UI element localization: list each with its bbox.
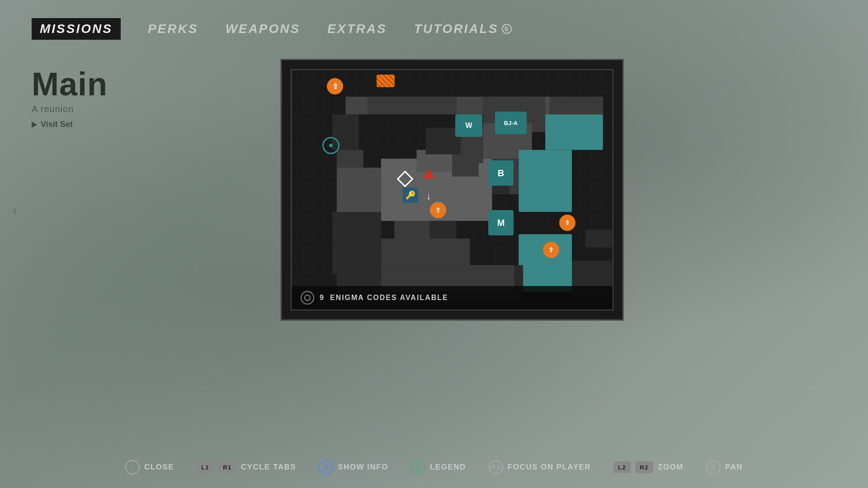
play-icon bbox=[32, 122, 37, 128]
triangle-button: △ bbox=[411, 460, 425, 474]
r3-button: R3 bbox=[489, 460, 503, 474]
enigma-count: 9 bbox=[320, 294, 325, 302]
svg-rect-17 bbox=[519, 150, 572, 212]
zoom-label: ZOOM bbox=[658, 463, 684, 472]
marker-down-arrow: ↓ bbox=[426, 191, 431, 202]
visit-set-link[interactable]: Visit Set bbox=[32, 120, 258, 129]
chevron-left-icon[interactable]: ‹ bbox=[13, 203, 17, 218]
marker-room-m: M bbox=[488, 210, 514, 235]
map-container[interactable]: ⇧ W BJ-A B ↓ 🔑 ⇧ M ⇧ ⇧ bbox=[280, 59, 624, 321]
tab-extras[interactable]: EXTRAS bbox=[327, 22, 387, 36]
marker-red-triangle bbox=[424, 169, 434, 178]
svg-rect-3 bbox=[368, 97, 457, 114]
x-button: ✕ bbox=[319, 460, 333, 474]
cycle-tabs-label: CYCLE TABS bbox=[241, 463, 296, 472]
svg-rect-2 bbox=[345, 97, 368, 114]
marker-orange-2: ⇧ bbox=[430, 202, 446, 218]
control-zoom[interactable]: L2 R2 ZOOM bbox=[613, 461, 684, 473]
tab-weapons[interactable]: WEAPONS bbox=[225, 22, 300, 36]
svg-rect-32 bbox=[332, 239, 381, 274]
visit-set-label: Visit Set bbox=[41, 120, 73, 129]
control-show-info[interactable]: ✕ SHOW INFO bbox=[319, 460, 388, 474]
marker-room-b: B bbox=[488, 160, 514, 186]
tab-tutorials[interactable]: TUTORIALS 0 bbox=[414, 22, 512, 36]
close-button-icon: ○ bbox=[125, 460, 140, 474]
legend-label: LEGEND bbox=[430, 463, 466, 472]
focus-player-label: FOCUS ON PLAYER bbox=[508, 463, 591, 472]
r2-button: R2 bbox=[635, 461, 653, 473]
enigma-icon-inner bbox=[304, 295, 311, 301]
control-close[interactable]: ○ CLOSE bbox=[125, 460, 174, 474]
marker-orange-3: ⇧ bbox=[559, 215, 576, 231]
mission-info-panel: Main A reunion Visit Set bbox=[32, 68, 258, 129]
marker-target bbox=[322, 137, 340, 154]
enigma-bar: 9 ENIGMA CODES AVAILABLE bbox=[292, 286, 613, 310]
l2-button: L2 bbox=[613, 461, 631, 473]
mission-title: Main bbox=[32, 68, 258, 100]
marker-orange-4: ⇧ bbox=[543, 242, 559, 258]
show-info-label: SHOW INFO bbox=[338, 463, 388, 472]
enigma-label: ENIGMA CODES AVAILABLE bbox=[330, 294, 448, 302]
control-pan[interactable]: R PAN bbox=[706, 460, 743, 474]
mission-subtitle: A reunion bbox=[32, 104, 258, 114]
marker-orange-1: ⇧ bbox=[327, 78, 343, 94]
map-inner: ⇧ W BJ-A B ↓ 🔑 ⇧ M ⇧ ⇧ bbox=[291, 69, 613, 310]
bottom-control-bar: ○ CLOSE L1 R1 CYCLE TABS ✕ SHOW INFO △ L… bbox=[0, 460, 868, 474]
r1-button: R1 bbox=[218, 461, 236, 473]
svg-rect-21 bbox=[519, 234, 572, 292]
tab-missions[interactable]: MISSIONS bbox=[32, 18, 121, 40]
marker-room-bja: BJ-A bbox=[495, 112, 527, 134]
marker-orange-striped bbox=[377, 75, 395, 87]
svg-rect-10 bbox=[545, 114, 603, 150]
marker-room-w: W bbox=[455, 114, 482, 137]
tab-perks[interactable]: PERKS bbox=[148, 22, 198, 36]
enigma-icon bbox=[301, 291, 314, 305]
nav-bar: MISSIONS PERKS WEAPONS EXTRAS TUTORIALS … bbox=[32, 18, 512, 40]
control-focus-player[interactable]: R3 FOCUS ON PLAYER bbox=[489, 460, 591, 474]
pan-label: PAN bbox=[725, 463, 743, 472]
tutorials-badge: 0 bbox=[502, 24, 512, 34]
svg-rect-4 bbox=[457, 97, 483, 114]
marker-key: 🔑 bbox=[403, 188, 418, 203]
close-label: CLOSE bbox=[144, 463, 174, 472]
l1-button: L1 bbox=[197, 461, 214, 473]
svg-rect-24 bbox=[585, 230, 612, 247]
control-legend[interactable]: △ LEGEND bbox=[411, 460, 466, 474]
r-button: R bbox=[706, 460, 721, 474]
control-cycle-tabs[interactable]: L1 R1 CYCLE TABS bbox=[197, 461, 296, 473]
map-rooms-svg bbox=[292, 70, 613, 310]
